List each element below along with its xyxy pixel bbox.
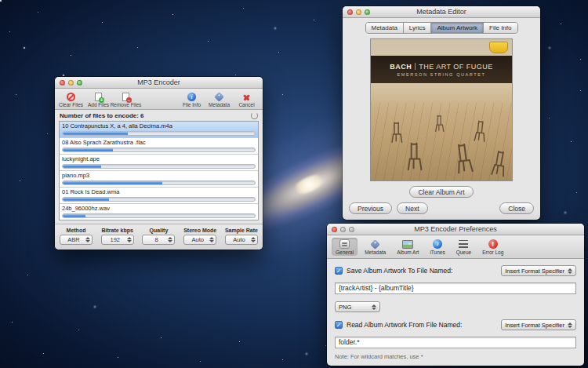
close-window-button[interactable]: Close [499, 202, 534, 214]
bitrate-stepper[interactable]: 192 [101, 235, 134, 245]
save-filename-field[interactable] [335, 282, 576, 294]
general-icon [339, 239, 350, 249]
cover-album-title: THE ART OF FUGUE [419, 63, 493, 71]
cover-title-band: BACH THE ART OF FUGUE EMERSON STRING QUA… [371, 56, 512, 83]
queue-count-label: Number of files to encode: 6 [60, 112, 144, 119]
tag-icon [214, 92, 224, 102]
save-artwork-label: Save Album Artwork To File Named: [347, 267, 452, 275]
progress-bar [62, 213, 256, 218]
cover-artist: EMERSON STRING QUARTET [397, 72, 485, 77]
setting-bitrate: Bitrate kbps 192 [101, 228, 134, 245]
prefs-tab-general[interactable]: General [332, 238, 358, 256]
file-row[interactable]: 10 Contrapunctus X, a 4, alla Decima.m4a [60, 122, 258, 138]
next-button[interactable]: Next [397, 202, 427, 214]
tab-file-info[interactable]: File Info [484, 23, 517, 33]
file-row[interactable]: piano.mp3 [60, 171, 258, 188]
file-row[interactable]: luckynight.ape [60, 155, 258, 171]
window-title: Metadata Editor [343, 8, 540, 16]
preferences-window: MP3 Encoder Preferences General Metadata… [327, 224, 584, 366]
read-filename-field[interactable] [335, 337, 576, 348]
cover-composer: BACH [390, 63, 412, 71]
clear-album-art-button[interactable]: Clear Album Art [409, 186, 473, 198]
tab-album-artwork[interactable]: Album Artwork [431, 23, 484, 33]
clear-files-button[interactable]: Clear Files [58, 93, 84, 107]
add-files-button[interactable]: Add Files [85, 93, 111, 107]
progress-bar [62, 180, 256, 185]
previous-button[interactable]: Previous [349, 202, 392, 214]
progress-bar [62, 197, 256, 202]
minimize-button-disabled [340, 227, 346, 232]
metadata-editor-footer: Previous Next Close [343, 198, 540, 220]
close-button[interactable] [60, 80, 65, 86]
refresh-icon[interactable] [251, 112, 258, 119]
desktop: Metadata Editor Metadata Lyrics Album Ar… [0, 0, 588, 368]
method-stepper[interactable]: ABR [60, 235, 93, 245]
zoom-button[interactable] [365, 9, 370, 15]
zoom-button-disabled [349, 227, 354, 232]
window-title: MP3 Encoder [55, 78, 263, 86]
itunes-icon: ♪ [433, 239, 442, 249]
clear-files-icon [67, 93, 75, 101]
file-row[interactable]: 24b_96000hz.wav [60, 204, 258, 220]
stereo-mode-stepper[interactable]: Auto [183, 235, 216, 245]
album-artwork-image: BACH THE ART OF FUGUE EMERSON STRING QUA… [370, 38, 513, 181]
zoom-button[interactable] [77, 80, 82, 86]
prefs-tab-album-art[interactable]: Album Art [393, 239, 423, 256]
save-format-specifier-dropdown[interactable]: Insert Format Specifier [501, 265, 576, 276]
encoder-settings-bar: Method ABR Bitrate kbps 192 Quality 8 [55, 224, 263, 250]
stepper-arrows-icon [251, 237, 256, 242]
tab-lyrics[interactable]: Lyrics [404, 23, 432, 33]
metadata-editor-titlebar[interactable]: Metadata Editor [343, 6, 540, 18]
dropdown-arrows-icon [568, 322, 572, 328]
encoder-toolbar: Clear Files Add Files Remove Files i Fil… [55, 89, 263, 110]
minimize-button[interactable] [356, 9, 361, 15]
dropdown-arrows-icon [568, 268, 572, 274]
save-artwork-checkbox[interactable]: ✓ [335, 267, 343, 275]
stepper-arrows-icon [127, 237, 132, 242]
file-info-button[interactable]: i File Info [179, 93, 205, 107]
dropdown-arrows-icon [372, 304, 376, 310]
error-icon: ! [488, 239, 498, 249]
starfield-bright [0, 0, 2, 2]
metadata-button[interactable]: Metadata [206, 93, 232, 107]
encoder-titlebar[interactable]: MP3 Encoder [55, 77, 263, 89]
info-icon: i [187, 93, 196, 101]
file-row[interactable]: 01 Rock Is Dead.wma [60, 188, 258, 204]
progress-bar [62, 131, 256, 136]
stepper-arrows-icon [85, 237, 90, 242]
preferences-content: ✓ Save Album Artwork To File Named: Inse… [327, 259, 584, 366]
read-format-specifier-dropdown[interactable]: Insert Format Specifier [501, 319, 576, 330]
prefs-tab-error-log[interactable]: ! Error Log [478, 238, 507, 256]
setting-method: Method ABR [60, 228, 93, 245]
setting-sample-rate: Sample Rate Auto [225, 228, 258, 245]
stepper-arrows-icon [209, 237, 214, 242]
minimize-button[interactable] [68, 80, 74, 86]
setting-stereo-mode: Stereo Mode Auto [183, 228, 216, 245]
window-title: MP3 Encoder Preferences [327, 225, 584, 233]
queue-header: Number of files to encode: 6 [55, 110, 263, 121]
cancel-button[interactable]: Cancel [234, 93, 260, 107]
read-artwork-label: Read Album Artwork From File Named: [347, 321, 462, 329]
metadata-editor-window: Metadata Editor Metadata Lyrics Album Ar… [343, 6, 540, 220]
image-format-dropdown[interactable]: PNG [335, 301, 380, 312]
metadata-tab-bar: Metadata Lyrics Album Artwork File Info [343, 18, 540, 36]
remove-files-button[interactable]: Remove Files [113, 93, 139, 107]
preferences-titlebar[interactable]: MP3 Encoder Preferences [327, 224, 584, 235]
encode-file-list[interactable]: 10 Contrapunctus X, a 4, alla Decima.m4a… [59, 121, 259, 220]
prefs-tab-queue[interactable]: Queue [452, 239, 476, 256]
chairs-graphic [371, 86, 512, 179]
file-row[interactable]: 08 Also Sprach Zarathustra .flac [60, 138, 258, 155]
stepper-arrows-icon [168, 237, 172, 242]
quality-stepper[interactable]: 8 [142, 235, 175, 245]
read-artwork-checkbox[interactable]: ✓ [335, 321, 343, 329]
prefs-tab-metadata[interactable]: Metadata [361, 239, 390, 256]
close-button[interactable] [332, 227, 337, 232]
window-controls [332, 227, 354, 232]
preferences-toolbar: General Metadata Album Art ♪ iTunes Queu… [327, 235, 584, 259]
tab-metadata[interactable]: Metadata [366, 23, 404, 33]
close-button[interactable] [347, 9, 353, 15]
mp3-encoder-window: MP3 Encoder Clear Files Add Files Remove… [55, 77, 263, 250]
prefs-tab-itunes[interactable]: ♪ iTunes [426, 238, 448, 256]
sample-rate-stepper[interactable]: Auto [225, 235, 258, 245]
tag-icon [370, 239, 380, 250]
